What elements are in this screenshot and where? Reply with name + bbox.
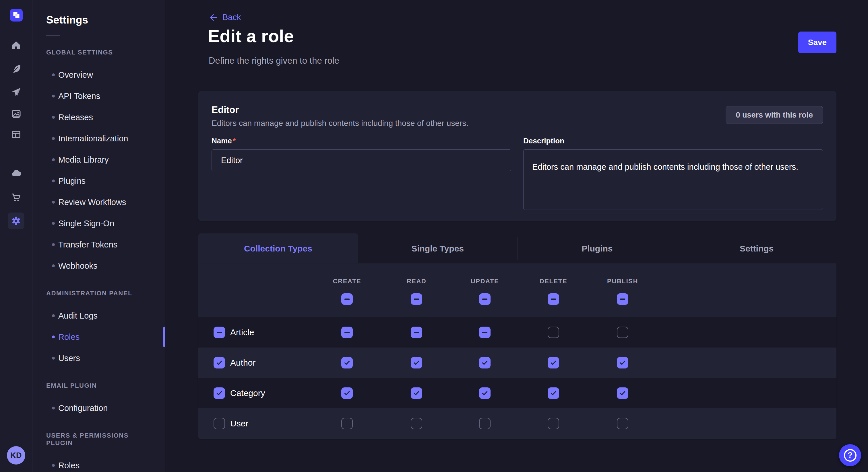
paper-plane-icon[interactable] [9,85,24,100]
sidebar-item-releases[interactable]: Releases [32,107,165,128]
article-publish-checkbox[interactable] [617,327,628,338]
sidebar-item-label: Configuration [58,403,108,413]
sidebar-item-plugins[interactable]: Plugins [32,170,165,192]
author-create-checkbox[interactable] [341,357,353,369]
user-create-checkbox[interactable] [341,418,353,429]
description-field-group: Description Editors can manage and publi… [523,136,823,211]
tab-collection-types[interactable]: Collection Types [198,233,358,264]
permissions-tabs: Collection TypesSingle TypesPluginsSetti… [198,233,836,264]
back-arrow-icon [209,13,218,22]
row-label-author: Author [230,358,255,368]
sidebar-item-internationalization[interactable]: Internationalization [32,128,165,149]
home-icon[interactable] [9,38,24,53]
tab-settings[interactable]: Settings [677,233,836,264]
author-publish-checkbox[interactable] [617,357,628,369]
select-all-delete-checkbox[interactable] [548,293,559,305]
strapi-logo-icon [10,9,22,21]
main-content: Back Edit a role Define the rights given… [166,0,868,472]
category-update-checkbox[interactable] [479,387,491,399]
feather-icon[interactable] [9,61,24,76]
settings-gear-icon[interactable] [8,212,24,229]
sidebar-item-audit-logs[interactable]: Audit Logs [32,305,165,326]
category-read-checkbox[interactable] [411,387,422,399]
user-update-checkbox[interactable] [479,418,491,429]
page-title: Edit a role [208,26,294,46]
row-label-category: Category [230,388,265,398]
sidebar-item-transfer-tokens[interactable]: Transfer Tokens [32,234,165,255]
indeterminate-dash [414,299,419,300]
sidebar-item-label: Overview [58,70,93,80]
column-create: CREATE [313,278,381,285]
select-all-update-checkbox[interactable] [479,293,491,305]
article-update-checkbox[interactable] [479,327,491,338]
users-with-role-badge[interactable]: 0 users with this role [725,106,823,124]
sidebar-section-administration-panel: ADMINISTRATION PANEL [46,290,151,297]
column-publish: PUBLISH [588,278,657,285]
author-read-checkbox[interactable] [411,357,422,369]
indeterminate-dash [414,332,419,333]
row-user-checkbox[interactable] [214,418,225,429]
tab-plugins[interactable]: Plugins [518,233,677,264]
sidebar-item-label: Single Sign-On [58,219,114,228]
cloud-icon[interactable] [9,166,24,181]
article-create-checkbox[interactable] [341,327,353,338]
row-article-checkbox[interactable] [214,327,225,338]
save-button[interactable]: Save [798,32,836,53]
name-input[interactable] [212,149,511,171]
sidebar-item-roles[interactable]: Roles [32,455,165,472]
sidebar-item-label: Internationalization [58,134,128,143]
tab-single-types[interactable]: Single Types [358,233,518,264]
author-update-checkbox[interactable] [479,357,491,369]
bullet-icon [52,357,55,360]
strapi-logo[interactable] [10,9,23,22]
sidebar-item-api-tokens[interactable]: API Tokens [32,86,165,107]
bullet-icon [52,222,55,225]
article-delete-checkbox[interactable] [548,327,559,338]
sidebar-item-review-workflows[interactable]: Review Workflows [32,192,165,213]
author-delete-checkbox[interactable] [548,357,559,369]
bullet-icon [52,243,55,246]
indeterminate-dash [551,299,556,300]
help-button[interactable]: ? [839,444,861,466]
back-link[interactable]: Back [209,12,241,22]
layout-icon[interactable] [9,127,24,142]
select-all-create-checkbox[interactable] [341,293,353,305]
user-delete-checkbox[interactable] [548,418,559,429]
name-field-label: Name* [212,136,511,145]
sidebar-title: Settings [46,12,165,28]
sidebar-list-email-plugin: Configuration [32,398,165,419]
select-all-read-checkbox[interactable] [411,293,422,305]
sidebar-item-single-sign-on[interactable]: Single Sign-On [32,213,165,234]
permission-row-author: Author [198,347,836,378]
sidebar-item-users[interactable]: Users [32,347,165,369]
permissions-header-row: CREATEREADUPDATEDELETEPUBLISH [198,264,836,317]
cart-icon[interactable] [9,190,24,205]
user-publish-checkbox[interactable] [617,418,628,429]
permission-row-user: User [198,408,836,439]
category-create-checkbox[interactable] [341,387,353,399]
user-avatar[interactable]: KD [7,446,25,465]
role-heading-block: Editor Editors can manage and publish co… [212,104,468,128]
category-publish-checkbox[interactable] [617,387,628,399]
category-delete-checkbox[interactable] [548,387,559,399]
row-author-checkbox[interactable] [214,357,225,369]
indeterminate-dash [344,299,350,300]
select-all-publish-checkbox[interactable] [617,293,628,305]
sidebar-item-media-library[interactable]: Media Library [32,149,165,170]
column-read: READ [382,278,451,285]
column-label-publish: PUBLISH [588,278,657,285]
row-category-checkbox[interactable] [214,387,225,399]
bullet-icon [52,137,55,140]
sidebar-item-label: Transfer Tokens [58,240,117,249]
description-textarea[interactable]: Editors can manage and publish contents … [523,149,823,210]
column-label-delete: DELETE [519,278,588,285]
user-read-checkbox[interactable] [411,418,422,429]
sidebar-item-label: Webhooks [58,261,98,271]
article-read-checkbox[interactable] [411,327,422,338]
sidebar-item-webhooks[interactable]: Webhooks [32,255,165,276]
media-library-icon[interactable] [9,106,24,121]
back-label: Back [222,12,241,22]
sidebar-item-overview[interactable]: Overview [32,64,165,86]
sidebar-item-configuration[interactable]: Configuration [32,398,165,419]
sidebar-item-roles[interactable]: Roles [32,326,165,347]
